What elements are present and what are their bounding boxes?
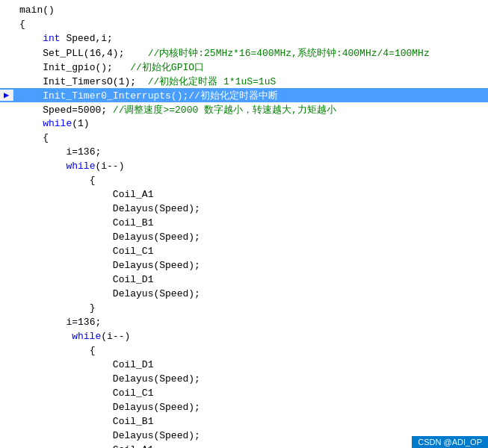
line-content: main() (13, 4, 488, 16)
line-content: Coil_A1 (13, 189, 488, 200)
line-content: Delayus(Speed); (13, 402, 488, 413)
line-content: Delayus(Speed); (13, 203, 488, 214)
line-content: Delayus(Speed); (13, 373, 488, 385)
code-line: { (0, 131, 488, 145)
code-line: Coil_C1 (0, 386, 488, 400)
line-gutter: ▶ (0, 90, 13, 101)
line-content: { (13, 132, 488, 143)
code-area: main(){ int Speed,i; Set_PLL(16,4); //内核… (0, 0, 488, 448)
code-line: Coil_B1 (0, 414, 488, 429)
line-content: Coil_C1 (13, 388, 488, 399)
line-content: i=136; (13, 146, 488, 158)
code-line: { (0, 343, 488, 358)
line-content: { (13, 19, 488, 30)
code-line: Coil_C1 (0, 244, 488, 258)
code-line: Set_PLL(16,4); //内核时钟:25MHz*16=400MHz,系统… (0, 46, 488, 60)
line-content: Init_TimersO(1); //初始化定时器 1*1uS=1uS (13, 75, 488, 88)
code-line: { (0, 17, 488, 31)
line-content: Speed=5000; //调整速度>=2000 数字越小，转速越大,力矩越小 (13, 103, 488, 116)
code-line: Coil_D1 (0, 273, 488, 287)
line-content: while(i--) (13, 161, 488, 172)
code-line: while(i--) (0, 159, 488, 173)
line-content: Coil_D1 (13, 359, 488, 370)
line-content: Coil_C1 (13, 246, 488, 257)
code-line: Delayus(Speed); (0, 400, 488, 414)
code-line: while(i--) (0, 329, 488, 343)
code-line: { (0, 173, 488, 187)
code-line: } (0, 301, 488, 315)
code-line: Coil_B1 (0, 216, 488, 230)
code-line: Init_TimersO(1); //初始化定时器 1*1uS=1uS (0, 74, 488, 88)
line-content: { (13, 175, 488, 186)
line-content: Set_PLL(16,4); //内核时钟:25MHz*16=400MHz,系统… (13, 46, 488, 60)
code-line: Init_gpio(); //初始化GPIO口 (0, 60, 488, 74)
code-line: i=136; (0, 145, 488, 159)
code-line: Delayus(Speed); (0, 372, 488, 386)
line-content: Init_Timer0_Interrupts();//初始化定时器中断 (13, 89, 488, 102)
line-content: while(i--) (13, 331, 488, 342)
line-content: Delayus(Speed); (13, 260, 488, 271)
editor-container: main(){ int Speed,i; Set_PLL(16,4); //内核… (0, 0, 488, 448)
code-line: Speed=5000; //调整速度>=2000 数字越小，转速越大,力矩越小 (0, 102, 488, 116)
line-content: Delayus(Speed); (13, 288, 488, 299)
line-content: while(1) (13, 118, 488, 129)
execution-arrow: ▶ (4, 90, 9, 101)
line-content: Coil_D1 (13, 274, 488, 285)
bottom-bar: CSDN @ADI_OP (412, 436, 488, 448)
code-line: Coil_D1 (0, 358, 488, 372)
code-line: main() (0, 3, 488, 17)
code-line: Delayus(Speed); (0, 258, 488, 273)
line-content: Coil_B1 (13, 217, 488, 228)
line-content: Delayus(Speed); (13, 231, 488, 243)
line-content: { (13, 345, 488, 356)
line-content: } (13, 302, 488, 314)
code-line: Delayus(Speed); (0, 287, 488, 301)
code-line: Delayus(Speed); (0, 202, 488, 216)
line-content: int Speed,i; (13, 33, 488, 44)
code-line: Coil_A1 (0, 187, 488, 202)
code-line: ▶ Init_Timer0_Interrupts();//初始化定时器中断 (0, 88, 488, 102)
line-content: Init_gpio(); //初始化GPIO口 (13, 60, 488, 74)
line-content: Coil_B1 (13, 416, 488, 427)
line-content: i=136; (13, 317, 488, 328)
code-line: Delayus(Speed); (0, 230, 488, 244)
code-line: int Speed,i; (0, 31, 488, 46)
code-line: i=136; (0, 315, 488, 329)
code-line: while(1) (0, 116, 488, 131)
